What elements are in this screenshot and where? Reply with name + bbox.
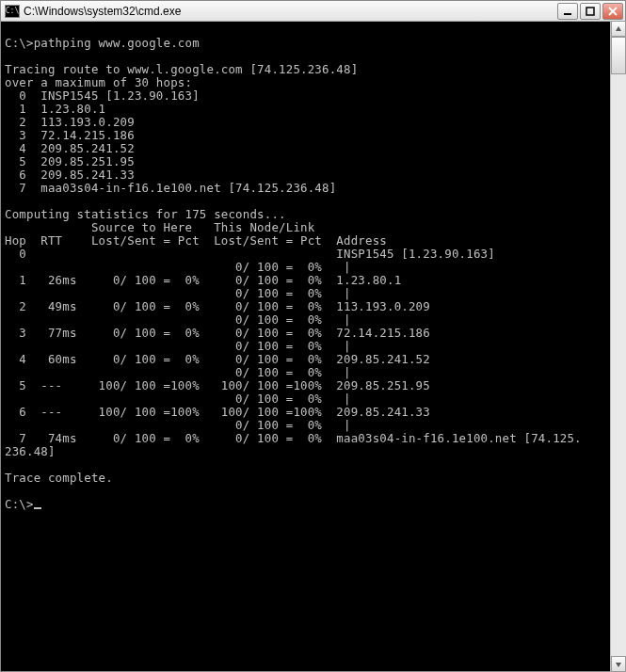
vertical-scrollbar[interactable]: [610, 21, 626, 672]
route-line: 5 209.85.251.95: [5, 154, 135, 168]
stat-line: 3 77ms 0/ 100 = 0% 0/ 100 = 0% 72.14.215…: [5, 326, 430, 340]
console-line: Source to Here This Node/Link: [5, 220, 314, 234]
stat-line: 0/ 100 = 0% |: [5, 260, 351, 274]
stat-line: 6 --- 100/ 100 =100% 100/ 100 =100% 209.…: [5, 405, 430, 419]
titlebar[interactable]: C:\ C:\Windows\system32\cmd.exe: [1, 1, 625, 22]
route-line: 7 maa03s04-in-f16.1e100.net [74.125.236.…: [5, 181, 336, 195]
stat-line: 7 74ms 0/ 100 = 0% 0/ 100 = 0% maa03s04-…: [5, 431, 582, 445]
console-line: Computing statistics for 175 seconds...: [5, 207, 286, 221]
maximize-button[interactable]: [580, 3, 601, 20]
svg-marker-4: [616, 26, 621, 31]
cursor: [34, 507, 41, 509]
console-line: Hop RTT Lost/Sent = Pct Lost/Sent = Pct …: [5, 233, 387, 248]
stat-line: 0/ 100 = 0% |: [5, 418, 351, 432]
console-line: Trace complete.: [5, 471, 113, 485]
stat-line: 0/ 100 = 0% |: [5, 286, 351, 300]
stat-line: 0/ 100 = 0% |: [5, 392, 351, 406]
stat-line: 4 60ms 0/ 100 = 0% 0/ 100 = 0% 209.85.24…: [5, 352, 430, 366]
scroll-down-button[interactable]: [611, 656, 626, 672]
route-line: 3 72.14.215.186: [5, 128, 135, 142]
stat-line: 0 INSP1545 [1.23.90.163]: [5, 247, 495, 261]
stat-line: 0/ 100 = 0% |: [5, 365, 351, 379]
prompt: C:\>: [5, 36, 34, 50]
stat-line: 0/ 100 = 0% |: [5, 312, 351, 327]
scroll-thumb[interactable]: [611, 37, 626, 74]
route-line: 1 1.23.80.1: [5, 102, 105, 116]
stat-line: 5 --- 100/ 100 =100% 100/ 100 =100% 209.…: [5, 378, 430, 392]
route-line: 0 INSP1545 [1.23.90.163]: [5, 88, 200, 103]
cmd-window: C:\ C:\Windows\system32\cmd.exe C:\>path…: [0, 0, 626, 672]
window-title: C:\Windows\system32\cmd.exe: [24, 5, 554, 18]
console-output[interactable]: C:\>pathping www.google.com Tracing rout…: [1, 22, 625, 671]
route-line: 4 209.85.241.52: [5, 141, 135, 155]
prompt: C:\>: [5, 497, 34, 511]
route-line: 6 209.85.241.33: [5, 168, 135, 182]
scroll-track[interactable]: [611, 74, 626, 656]
svg-marker-5: [616, 663, 621, 667]
stat-line: 0/ 100 = 0% |: [5, 339, 351, 353]
minimize-button[interactable]: [557, 3, 578, 20]
cmd-icon: C:\: [5, 5, 20, 18]
route-line: 2 113.193.0.209: [5, 115, 135, 129]
console-line: over a maximum of 30 hops:: [5, 75, 192, 89]
close-button[interactable]: [602, 3, 623, 20]
command-text: pathping www.google.com: [34, 36, 200, 50]
console-line: Tracing route to www.l.google.com [74.12…: [5, 62, 358, 76]
stat-line: 1 26ms 0/ 100 = 0% 0/ 100 = 0% 1.23.80.1: [5, 273, 401, 287]
stat-line: 2 49ms 0/ 100 = 0% 0/ 100 = 0% 113.193.0…: [5, 299, 430, 313]
scroll-up-button[interactable]: [611, 21, 626, 37]
svg-rect-1: [586, 8, 594, 15]
stat-line: 236.48]: [5, 444, 56, 458]
window-buttons: [557, 3, 623, 20]
